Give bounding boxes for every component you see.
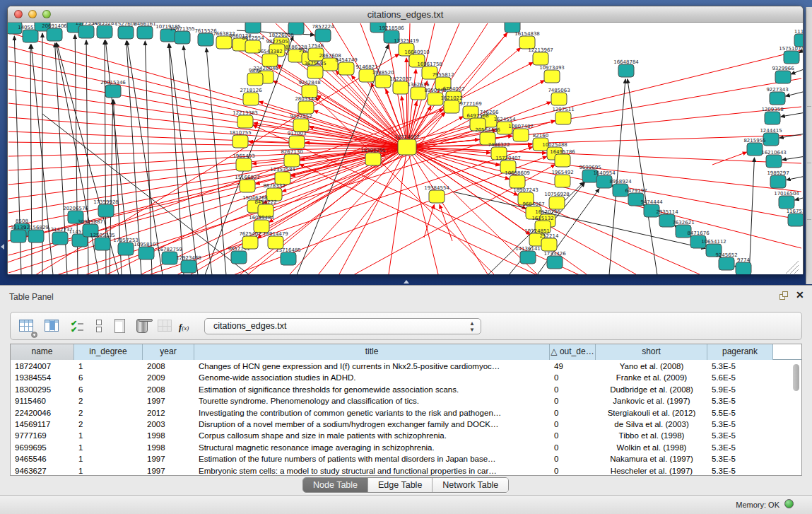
graph-node[interactable]: [181, 260, 196, 273]
graph-node[interactable]: [98, 204, 114, 217]
table-scrollbar[interactable]: [792, 361, 801, 474]
tab-edge-table[interactable]: Edge Table: [368, 478, 433, 492]
graph-edge[interactable]: [749, 158, 754, 274]
table-row[interactable]: 1456911722003Disruption of a novel membe…: [11, 419, 790, 430]
table-cell[interactable]: 1: [74, 465, 143, 477]
tab-node-table[interactable]: Node Table: [303, 478, 368, 492]
graph-node[interactable]: [236, 158, 252, 171]
graph-node[interactable]: [365, 153, 381, 165]
table-cell[interactable]: 1: [74, 361, 143, 372]
table-cell[interactable]: Yano et al. (2008): [596, 361, 707, 372]
table-cell[interactable]: Changes of HCN gene expression and I(f) …: [194, 361, 550, 372]
graph-node[interactable]: [533, 52, 548, 65]
graph-node[interactable]: [11, 230, 26, 243]
graph-node[interactable]: [105, 85, 121, 98]
table-cell[interactable]: 6: [74, 372, 143, 383]
column-header-title[interactable]: title: [194, 344, 550, 360]
column-header-out_de[interactable]: △ out_de…: [550, 344, 596, 360]
graph-edge[interactable]: [407, 50, 801, 147]
table-cell[interactable]: 0: [550, 407, 596, 419]
graph-node[interactable]: [775, 71, 791, 83]
table-cell[interactable]: 5.3E-5: [707, 395, 773, 407]
float-panel-icon[interactable]: [779, 291, 789, 300]
graph-node[interactable]: [541, 238, 557, 251]
table-cell[interactable]: 0: [550, 430, 596, 441]
table-cell[interactable]: Structural magnetic resonance image aver…: [194, 442, 550, 453]
table-cell[interactable]: 0: [550, 442, 596, 453]
graph-node[interactable]: [284, 154, 300, 167]
graph-node[interactable]: [293, 119, 309, 132]
table-cell[interactable]: 2009: [143, 372, 194, 383]
graph-node[interactable]: [78, 25, 94, 38]
graph-node[interactable]: [97, 25, 112, 38]
graph-node[interactable]: [513, 129, 529, 141]
graph-edge[interactable]: [407, 147, 537, 274]
table-cell[interactable]: 5.3E-5: [707, 465, 773, 477]
table-cell[interactable]: Estimation of significance thresholds fo…: [194, 384, 550, 395]
graph-edge[interactable]: [317, 95, 407, 147]
table-cell[interactable]: 0: [550, 395, 596, 407]
table-cell[interactable]: 1997: [143, 453, 194, 465]
table-row[interactable]: 946554611997Estimation of the future num…: [11, 453, 790, 465]
graph-node[interactable]: [547, 256, 563, 269]
table-cell[interactable]: 0: [550, 453, 596, 465]
graph-node[interactable]: [339, 62, 354, 75]
graph-edge[interactable]: [787, 176, 803, 180]
network-canvas[interactable]: 1872400718300295193845541940557140557148…: [8, 23, 803, 274]
graph-node[interactable]: [268, 236, 283, 249]
graph-node[interactable]: [444, 100, 459, 113]
window-titlebar[interactable]: citations_edges.txt: [8, 6, 803, 23]
table-cell[interactable]: Genome-wide association studies in ADHD.: [194, 372, 550, 383]
graph-node[interactable]: [175, 31, 190, 44]
graph-node[interactable]: [429, 190, 445, 203]
table-row[interactable]: 977716911998Corpus callosum shape and si…: [11, 430, 790, 441]
graph-node[interactable]: [118, 26, 134, 39]
table-row[interactable]: 946362711997Embryonic stem cells: a mode…: [11, 465, 790, 477]
graph-edge[interactable]: [795, 197, 803, 200]
graph-node[interactable]: [555, 154, 570, 167]
graph-edge[interactable]: [316, 97, 495, 274]
graph-edge[interactable]: [782, 156, 803, 160]
graph-node[interactable]: [289, 136, 305, 148]
panel-collapse-icon[interactable]: [1, 244, 4, 250]
table-cell[interactable]: 5.3E-5: [707, 442, 773, 453]
graph-node[interactable]: [549, 197, 565, 209]
table-cell[interactable]: 9699695: [11, 442, 74, 453]
graph-node[interactable]: [375, 75, 391, 88]
graph-edge[interactable]: [169, 44, 198, 274]
graph-node[interactable]: [315, 29, 331, 42]
graph-edge[interactable]: [712, 152, 747, 165]
table-cell[interactable]: 5.9E-5: [707, 384, 773, 395]
memory-status-indicator[interactable]: [784, 499, 794, 508]
graph-node[interactable]: [719, 257, 734, 270]
graph-node[interactable]: [307, 66, 323, 78]
table-cell[interactable]: 18724007: [11, 361, 74, 372]
graph-node[interactable]: [52, 232, 68, 245]
table-cell[interactable]: 5.3E-5: [707, 361, 773, 372]
table-cell[interactable]: 9777169: [11, 430, 74, 441]
column-header-short[interactable]: short: [596, 344, 707, 360]
graph-node[interactable]: [231, 251, 247, 264]
scrollbar-thumb[interactable]: [793, 364, 799, 391]
table-cell[interactable]: 1997: [143, 465, 194, 477]
table-cell[interactable]: 5.3E-5: [707, 419, 773, 430]
column-header-in_degree[interactable]: in_degree: [74, 344, 143, 360]
table-cell[interactable]: Jankovic et al. (1997): [596, 395, 707, 407]
delete-table-icon[interactable]: [134, 317, 152, 336]
graph-node[interactable]: [137, 26, 153, 39]
table-row[interactable]: 2242004622012Investigating the contribut…: [11, 407, 790, 419]
table-cell[interactable]: 2008: [143, 384, 194, 395]
graph-node[interactable]: [281, 252, 296, 265]
table-cell[interactable]: 49: [550, 361, 596, 372]
graph-node[interactable]: [23, 30, 38, 42]
graph-node[interactable]: [393, 81, 408, 94]
table-cell[interactable]: Tibbo et al. (1998): [596, 430, 707, 441]
graph-node[interactable]: [162, 252, 177, 264]
table-cell[interactable]: 5.3E-5: [707, 453, 773, 465]
graph-node[interactable]: [555, 175, 570, 187]
table-cell[interactable]: Nakamura et al. (1997): [596, 453, 707, 465]
table-cell[interactable]: 9463627: [11, 465, 74, 477]
graph-node[interactable]: [240, 180, 255, 192]
graph-node[interactable]: [510, 175, 525, 188]
graph-node[interactable]: [770, 92, 785, 105]
